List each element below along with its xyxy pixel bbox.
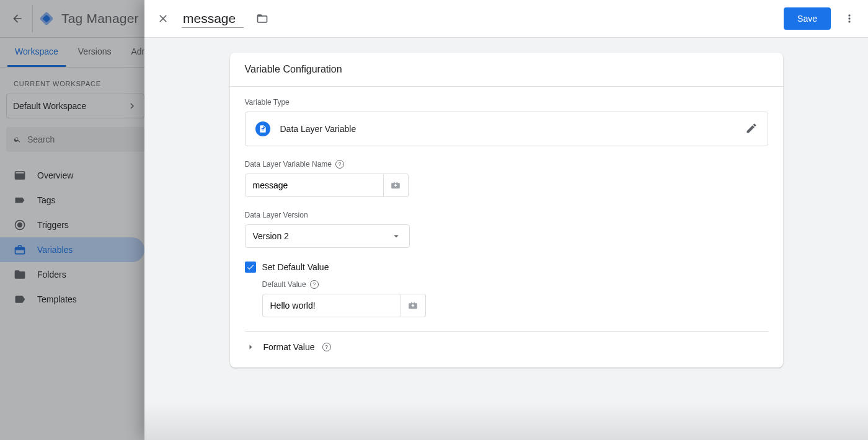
help-icon[interactable]: ? — [335, 160, 344, 169]
insert-variable-button[interactable] — [384, 174, 409, 197]
format-value-label: Format Value — [264, 342, 315, 352]
set-default-checkbox[interactable] — [245, 262, 256, 273]
help-icon[interactable]: ? — [310, 280, 319, 289]
variable-type-name: Data Layer Variable — [280, 124, 356, 134]
divider — [245, 331, 768, 332]
check-icon — [246, 263, 255, 271]
dlv-name-input[interactable] — [245, 174, 384, 197]
insert-variable-button[interactable] — [401, 294, 426, 317]
variable-configuration-card: Variable Configuration Variable Type Dat… — [230, 53, 783, 367]
variable-type-label: Variable Type — [245, 98, 768, 107]
arrow-drop-down-icon — [391, 231, 402, 242]
variable-editor-panel: Save Variable Configuration Variable Typ… — [144, 0, 868, 440]
brick-plus-icon — [390, 180, 401, 191]
chevron-right-icon — [245, 341, 256, 353]
document-icon — [255, 121, 270, 136]
dlv-version-select[interactable]: Version 2 — [245, 224, 410, 248]
edit-icon — [745, 122, 758, 136]
dlv-version-value: Version 2 — [253, 231, 289, 241]
default-value-input[interactable] — [262, 294, 401, 317]
variable-name-input[interactable] — [182, 10, 244, 28]
close-button[interactable] — [151, 6, 175, 31]
dlv-name-label: Data Layer Variable Name ? — [245, 160, 768, 169]
move-to-folder-button[interactable] — [250, 6, 275, 31]
brick-plus-icon — [407, 300, 418, 311]
default-value-label: Default Value ? — [262, 280, 768, 289]
help-icon[interactable]: ? — [322, 343, 331, 351]
save-button[interactable]: Save — [784, 7, 831, 30]
set-default-label: Set Default Value — [262, 262, 329, 272]
more-menu-button[interactable] — [837, 6, 862, 31]
variable-type-selector[interactable]: Data Layer Variable — [245, 112, 768, 146]
dlv-version-label: Data Layer Version — [245, 211, 768, 219]
card-title: Variable Configuration — [230, 53, 783, 87]
more-vert-icon — [843, 12, 856, 25]
folder-open-icon — [256, 12, 268, 25]
format-value-expander[interactable]: Format Value ? — [245, 341, 768, 353]
